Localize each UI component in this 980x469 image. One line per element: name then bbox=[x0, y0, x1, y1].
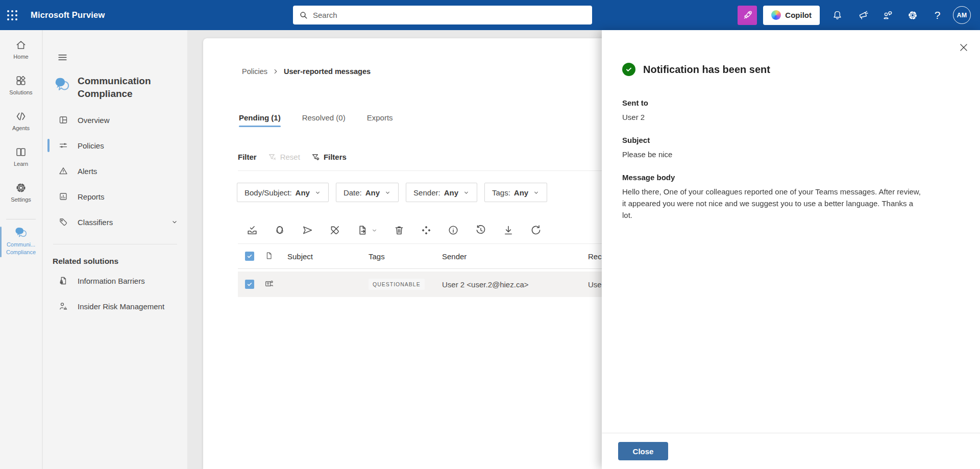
refresh-button[interactable] bbox=[530, 224, 542, 236]
filter-chips: Body/Subject: Any Date: Any Sender: Any … bbox=[237, 183, 547, 202]
sidebar-item-alerts[interactable]: Alerts bbox=[43, 158, 187, 184]
column-header-subject[interactable]: Subject bbox=[287, 252, 369, 261]
rail-item-solutions[interactable]: Solutions bbox=[0, 72, 42, 108]
reports-bar-chart-icon bbox=[58, 191, 68, 202]
chevron-down-icon bbox=[314, 189, 321, 196]
tab-exports[interactable]: Exports bbox=[367, 113, 393, 127]
download-button[interactable] bbox=[502, 224, 514, 236]
search-box[interactable] bbox=[293, 6, 592, 24]
filter-chip-date[interactable]: Date: Any bbox=[336, 183, 399, 202]
feedback-button[interactable] bbox=[875, 0, 900, 30]
field-subject: Subject Please be nice bbox=[622, 136, 960, 160]
export-document-button[interactable] bbox=[356, 224, 378, 236]
copilot-summarize-button[interactable] bbox=[274, 224, 286, 236]
overview-icon bbox=[58, 115, 68, 125]
chevron-down-icon bbox=[533, 189, 540, 196]
sidebar-item-classifiers[interactable]: Classifiers bbox=[43, 209, 187, 235]
field-sent-to: Sent to User 2 bbox=[622, 98, 960, 123]
rail-item-communication-compliance[interactable]: Communi... Compliance bbox=[0, 223, 42, 261]
filter-label: Filter bbox=[238, 153, 257, 161]
history-button[interactable] bbox=[475, 224, 487, 236]
actions-toolbar bbox=[246, 224, 542, 236]
pattern-button[interactable] bbox=[421, 225, 432, 236]
notifications-button[interactable] bbox=[825, 0, 850, 30]
panel-header: Notification has been sent bbox=[622, 63, 960, 76]
select-all-checkbox[interactable] bbox=[245, 252, 254, 261]
reset-label: Reset bbox=[280, 153, 300, 161]
column-header-tags[interactable]: Tags bbox=[369, 252, 442, 261]
sidebar-item-information-barriers[interactable]: Information Barriers bbox=[43, 268, 187, 293]
subject-label: Subject bbox=[622, 136, 960, 144]
quick-start-button[interactable] bbox=[738, 6, 757, 25]
info-icon bbox=[447, 224, 459, 236]
sidebar-item-label: Overview bbox=[78, 116, 110, 125]
chip-value: Any bbox=[444, 188, 458, 197]
rail-item-label: Learn bbox=[14, 161, 28, 167]
close-button[interactable]: Close bbox=[618, 442, 668, 460]
solution-sidebar: Communication Compliance Overview Polici… bbox=[43, 30, 187, 469]
refresh-icon bbox=[530, 224, 542, 236]
rail-item-home[interactable]: Home bbox=[0, 36, 42, 72]
avatar-initials: AM bbox=[957, 12, 967, 19]
search-input[interactable] bbox=[313, 11, 586, 19]
close-icon bbox=[960, 43, 968, 52]
column-header-sender[interactable]: Sender bbox=[442, 252, 588, 261]
megaphone-icon bbox=[857, 10, 868, 21]
filter-chip-tags[interactable]: Tags: Any bbox=[484, 183, 547, 202]
avatar[interactable]: AM bbox=[953, 6, 971, 24]
chip-value: Any bbox=[365, 188, 380, 197]
related-solutions-header: Related solutions bbox=[53, 257, 187, 266]
whats-new-button[interactable] bbox=[850, 0, 875, 30]
filter-chip-body-subject[interactable]: Body/Subject: Any bbox=[237, 183, 329, 202]
panel-footer: Close bbox=[602, 433, 980, 469]
rail-item-learn[interactable]: Learn bbox=[0, 143, 42, 179]
app-title: Microsoft Purview bbox=[31, 10, 105, 20]
delete-button[interactable] bbox=[393, 224, 405, 236]
filters-button[interactable]: Filters bbox=[311, 153, 347, 161]
row-checkbox[interactable] bbox=[245, 280, 254, 289]
panel-content: Notification has been sent Sent to User … bbox=[602, 63, 980, 221]
teams-icon bbox=[264, 279, 274, 288]
sidebar-item-policies[interactable]: Policies bbox=[43, 133, 187, 158]
resolve-button[interactable] bbox=[246, 224, 258, 236]
sent-to-value: User 2 bbox=[622, 111, 923, 123]
solutions-icon bbox=[15, 74, 27, 87]
remove-tag-button[interactable] bbox=[329, 224, 341, 236]
chip-value: Any bbox=[296, 188, 310, 197]
filter-chip-sender[interactable]: Sender: Any bbox=[406, 183, 477, 202]
panel-close-button[interactable] bbox=[957, 40, 971, 55]
chat-bubbles-icon bbox=[14, 226, 28, 239]
sidebar-item-overview[interactable]: Overview bbox=[43, 107, 187, 133]
send-button[interactable] bbox=[301, 224, 313, 236]
panel-title: Notification has been sent bbox=[643, 64, 770, 76]
copilot-label: Copilot bbox=[785, 11, 812, 19]
chip-label: Date: bbox=[344, 188, 362, 197]
chip-label: Tags: bbox=[492, 188, 510, 197]
rail-item-label-line1: Communi... bbox=[7, 241, 35, 249]
app-launcher-icon bbox=[7, 10, 17, 20]
rail-item-agents[interactable]: Agents bbox=[0, 108, 42, 143]
export-document-icon bbox=[356, 224, 369, 236]
rail-item-settings[interactable]: Settings bbox=[0, 179, 42, 215]
nav-collapse-button[interactable] bbox=[57, 52, 68, 64]
sidebar-item-label: Reports bbox=[78, 192, 105, 201]
notification-sent-panel: Notification has been sent Sent to User … bbox=[602, 30, 980, 469]
help-button[interactable]: ? bbox=[925, 0, 950, 30]
breadcrumb-policies-link[interactable]: Policies bbox=[242, 67, 267, 76]
sidebar-header: Communication Compliance bbox=[53, 75, 179, 100]
tab-resolved[interactable]: Resolved (0) bbox=[302, 113, 346, 127]
rail-divider bbox=[6, 219, 36, 219]
sidebar-item-insider-risk-management[interactable]: Insider Risk Management bbox=[43, 293, 187, 319]
tab-pending[interactable]: Pending (1) bbox=[239, 113, 281, 127]
document-icon bbox=[264, 251, 274, 260]
copilot-button[interactable]: Copilot bbox=[763, 6, 820, 25]
chevron-right-icon bbox=[273, 68, 279, 75]
info-button[interactable] bbox=[447, 224, 459, 236]
search-icon bbox=[299, 11, 308, 19]
settings-button[interactable] bbox=[900, 0, 925, 30]
app-launcher-button[interactable] bbox=[0, 0, 24, 30]
reset-filters-button[interactable]: Reset bbox=[268, 153, 300, 161]
sidebar-item-reports[interactable]: Reports bbox=[43, 184, 187, 209]
copilot-summarize-icon bbox=[274, 224, 286, 236]
gear-icon bbox=[907, 10, 918, 21]
